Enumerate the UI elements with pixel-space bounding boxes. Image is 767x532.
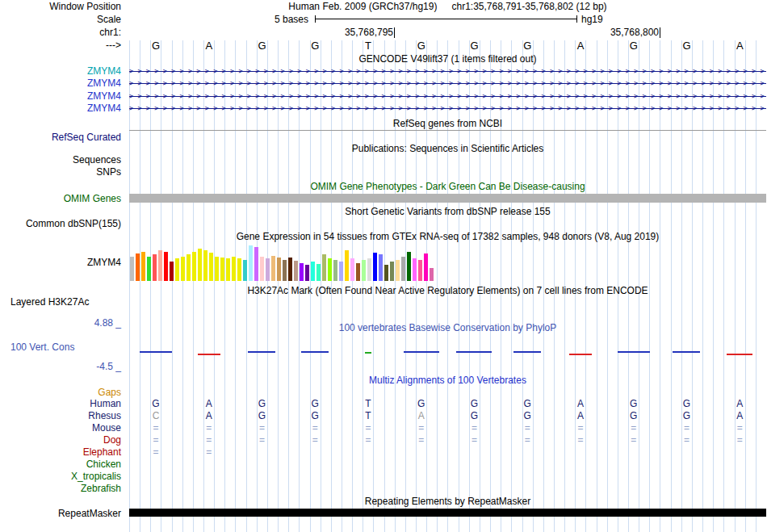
gene-label[interactable]: ZMYM4 <box>0 65 121 77</box>
alignment-base: = <box>182 422 236 434</box>
alignment-base: A <box>554 410 607 422</box>
alignment-base: = <box>501 422 554 434</box>
ruler-base-letter: A <box>713 40 766 52</box>
sidebar-label-sequences[interactable]: Sequences <box>0 154 121 165</box>
track-separator-line <box>129 130 766 131</box>
sidebar-label-omim-genes[interactable]: OMIM Genes <box>0 193 121 204</box>
alignment-base: A <box>182 398 236 410</box>
alignment-base: = <box>448 422 501 434</box>
coordinate-right: 35,768,800 <box>562 27 659 38</box>
species-label[interactable]: Human <box>0 398 121 409</box>
alignment-base: A <box>395 410 448 422</box>
alignment-base: = <box>342 422 395 434</box>
alignment-base: = <box>607 434 660 446</box>
multiz-row-elephant[interactable]: Elephant== <box>0 446 767 459</box>
gencode-transcript-row[interactable]: ZMYM4>>>>>>>>>>>>>>>>>>>>>>>>>>>>>>>>>>>… <box>0 103 767 115</box>
chromosome-label: chr1: <box>0 27 121 38</box>
alignment-base: = <box>236 422 289 434</box>
transcript-direction-arrows: >>>>>>>>>>>>>>>>>>>>>>>>>>>>>>>>>>>>>>>>… <box>129 103 766 115</box>
alignment-base: G <box>660 410 714 422</box>
coordinate-tick <box>394 27 395 38</box>
track-header-omim[interactable]: OMIM Gene Phenotypes - Dark Green Can Be… <box>129 181 766 192</box>
track-header-publications[interactable]: Publications: Sequences in Scientific Ar… <box>129 143 766 154</box>
transcript-direction-arrows: >>>>>>>>>>>>>>>>>>>>>>>>>>>>>>>>>>>>>>>>… <box>129 90 766 103</box>
track-header-repeatmasker[interactable]: Repeating Elements by RepeatMasker <box>129 496 766 507</box>
alignment-base: = <box>288 422 342 434</box>
genome-browser: Window Position Human Feb. 2009 (GRCh37/… <box>0 0 767 532</box>
conservation-max-value: 4.88 _ <box>0 317 121 329</box>
sidebar-label-snps[interactable]: SNPs <box>0 166 121 178</box>
coordinate-left: 35,768,795 <box>296 27 393 38</box>
gtex-tissue-bar <box>430 268 434 281</box>
ruler-base-letter: G <box>236 40 289 52</box>
alignment-base: = <box>129 422 182 434</box>
alignment-base: = <box>660 434 714 446</box>
ruler-base-letter: G <box>607 40 660 52</box>
gencode-transcript-row[interactable]: ZMYM4>>>>>>>>>>>>>>>>>>>>>>>>>>>>>>>>>>>… <box>0 90 767 103</box>
species-label[interactable]: Mouse <box>0 422 121 434</box>
track-header-dbsnp[interactable]: Short Genetic Variants from dbSNP releas… <box>129 206 766 217</box>
multiz-row-mouse[interactable]: Mouse============ <box>0 422 767 434</box>
alignment-base: A <box>182 410 236 422</box>
strand-direction-label: ---> <box>0 40 121 51</box>
alignment-base: = <box>395 434 448 446</box>
phylop-score-mark <box>727 354 752 355</box>
gene-label[interactable]: ZMYM4 <box>0 77 121 89</box>
alignment-base: = <box>182 446 236 459</box>
ruler-base-letter: A <box>182 40 236 52</box>
gencode-transcript-row[interactable]: ZMYM4>>>>>>>>>>>>>>>>>>>>>>>>>>>>>>>>>>>… <box>0 77 767 90</box>
multiz-row-rhesus[interactable]: RhesusCAGGTAGGAGGA <box>0 410 767 422</box>
species-label[interactable]: Rhesus <box>0 410 121 421</box>
ruler-bases: GAGGTGGGAGGA <box>129 40 766 52</box>
alignment-base: = <box>713 422 766 434</box>
alignment-base: = <box>288 434 342 446</box>
sidebar-label-repeatmasker[interactable]: RepeatMasker <box>0 508 121 519</box>
track-header-multiz[interactable]: Multiz Alignments of 100 Vertebrates <box>129 375 766 386</box>
sidebar-label-gtex-gene[interactable]: ZMYM4 <box>0 257 121 268</box>
species-label[interactable]: Chicken <box>0 459 121 470</box>
multiz-row-chicken[interactable]: Chicken <box>0 459 767 471</box>
sidebar-label-100-vert-cons[interactable]: 100 Vert. Cons <box>0 341 121 353</box>
alignment-base: G <box>607 398 660 410</box>
track-header-conservation[interactable]: 100 vertebrates Basewise Conservation by… <box>129 322 766 333</box>
ruler-base-letter: G <box>395 40 448 52</box>
species-label[interactable]: Elephant <box>0 446 121 458</box>
alignment-base: = <box>129 434 182 446</box>
species-label[interactable]: X_tropicalis <box>0 471 121 482</box>
omim-gene-bar[interactable] <box>129 194 766 203</box>
track-header-gtex[interactable]: Gene Expression in 54 tissues from GTEx … <box>129 231 766 242</box>
alignment-base: A <box>713 410 766 422</box>
gene-label[interactable]: ZMYM4 <box>0 90 121 102</box>
alignment-base: = <box>448 434 501 446</box>
sidebar-label-refseq-curated[interactable]: RefSeq Curated <box>0 132 121 143</box>
track-header-h3k27ac[interactable]: H3K27Ac Mark (Often Found Near Active Re… <box>129 285 766 296</box>
ruler-base-letter: G <box>660 40 714 52</box>
alignment-base: = <box>342 434 395 446</box>
scale-bar <box>315 15 577 23</box>
sidebar-label-common-dbsnp[interactable]: Common dbSNP(155) <box>0 218 121 229</box>
multiz-row-x_tropicalis[interactable]: X_tropicalis <box>0 471 767 483</box>
multiz-row-human[interactable]: HumanGAGGTGGGAGGA <box>0 398 767 410</box>
sidebar-label-gaps[interactable]: Gaps <box>0 387 121 398</box>
track-header-gencode[interactable]: GENCODE V49lift37 (1 items filtered out) <box>129 53 766 65</box>
track-header-refseq[interactable]: RefSeq genes from NCBI <box>129 118 766 129</box>
sidebar-label-layered-h3k27ac[interactable]: Layered H3K27Ac <box>0 296 121 308</box>
alignment-base: = <box>501 434 554 446</box>
gene-label[interactable]: ZMYM4 <box>0 103 121 114</box>
multiz-row-dog[interactable]: Dog============ <box>0 434 767 446</box>
alignment-base: G <box>395 398 448 410</box>
ruler-base-letter: G <box>501 40 554 52</box>
alignment-base: = <box>554 434 607 446</box>
multiz-row-zebrafish[interactable]: Zebrafish <box>0 483 767 495</box>
transcript-direction-arrows: >>>>>>>>>>>>>>>>>>>>>>>>>>>>>>>>>>>>>>>>… <box>129 77 766 90</box>
species-label[interactable]: Zebrafish <box>0 483 121 494</box>
alignment-base: = <box>660 422 714 434</box>
ruler-base-letter: G <box>448 40 501 52</box>
alignment-base: G <box>129 398 182 410</box>
alignment-base: G <box>448 398 501 410</box>
gencode-transcript-row[interactable]: ZMYM4>>>>>>>>>>>>>>>>>>>>>>>>>>>>>>>>>>>… <box>0 65 767 77</box>
repeatmasker-element-bar[interactable] <box>129 509 766 517</box>
alignment-base: G <box>501 410 554 422</box>
transcript-direction-arrows: >>>>>>>>>>>>>>>>>>>>>>>>>>>>>>>>>>>>>>>>… <box>129 65 766 77</box>
species-label[interactable]: Dog <box>0 434 121 446</box>
